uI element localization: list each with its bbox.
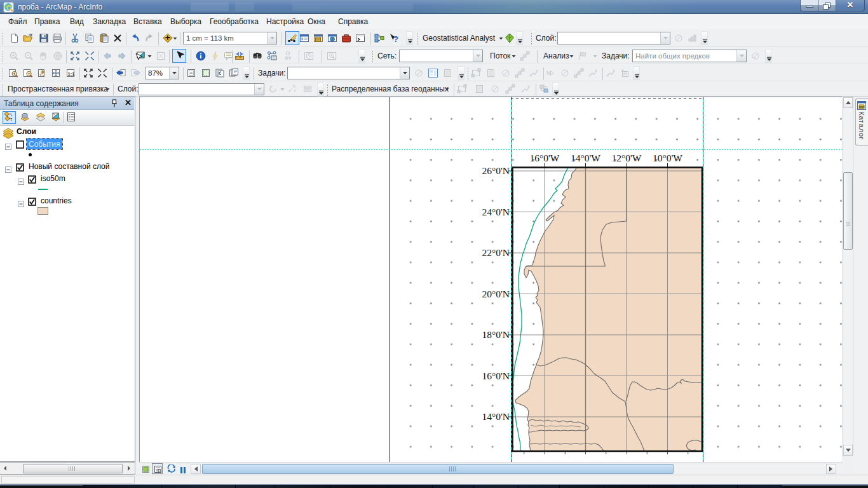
svg-text:16°0'W: 16°0'W (530, 152, 560, 163)
svg-text:22°0'N: 22°0'N (482, 247, 510, 258)
svg-text:24°0'N: 24°0'N (482, 207, 510, 217)
svg-text:14°0'W: 14°0'W (571, 152, 600, 163)
svg-text:XY: XY (285, 55, 292, 61)
svg-text:16°0'N: 16°0'N (482, 370, 510, 381)
svg-text:14°0'N: 14°0'N (482, 411, 510, 422)
svg-text:18°0'N: 18°0'N (482, 329, 510, 340)
svg-text:10°0'W: 10°0'W (653, 152, 682, 163)
svg-text:26°0'N: 26°0'N (482, 165, 510, 176)
svg-text:1:1: 1:1 (68, 71, 75, 77)
svg-text:20°0'N: 20°0'N (482, 288, 510, 299)
svg-text:12°0'W: 12°0'W (612, 152, 642, 163)
svg-text:?: ? (393, 34, 398, 43)
